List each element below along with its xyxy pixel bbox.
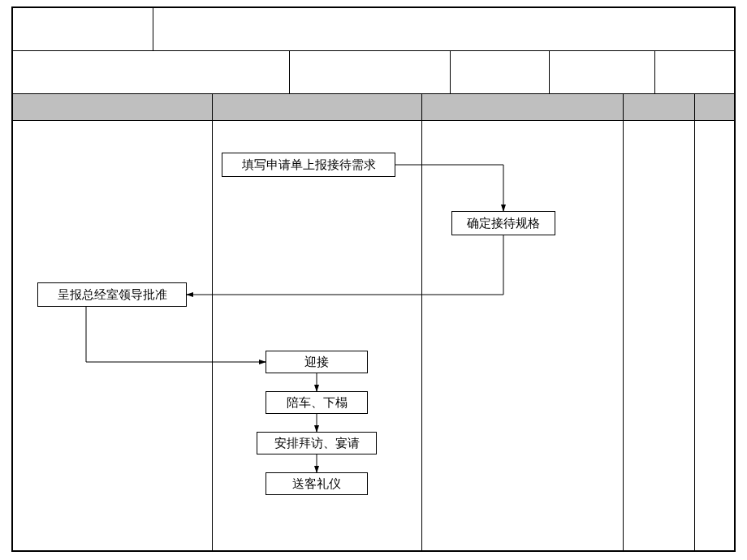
flow-connectors [13, 8, 737, 554]
divider [153, 8, 153, 50]
swimlane-divider [623, 94, 624, 550]
swimlane-divider [694, 94, 695, 550]
swimlane-divider [212, 94, 213, 550]
swimlane-divider [421, 94, 422, 550]
divider [13, 120, 734, 121]
box-escort: 陪车、下榻 [266, 391, 368, 414]
box-arrange-visit: 安排拜访、宴请 [257, 432, 377, 454]
box-confirm-spec: 确定接待规格 [451, 211, 555, 235]
box-welcome: 迎接 [266, 351, 368, 373]
divider [654, 50, 655, 93]
divider [13, 50, 734, 51]
box-report-approval: 呈报总经室领导批准 [37, 282, 187, 307]
divider [289, 50, 290, 93]
outer-frame: 填写申请单上报接待需求 确定接待规格 呈报总经室领导批准 迎接 陪车、下榻 安排… [11, 6, 736, 552]
header-band [13, 94, 734, 120]
box-fill-request: 填写申请单上报接待需求 [222, 153, 395, 177]
divider [450, 50, 451, 93]
box-farewell: 送客礼仪 [266, 472, 368, 495]
divider [549, 50, 550, 93]
